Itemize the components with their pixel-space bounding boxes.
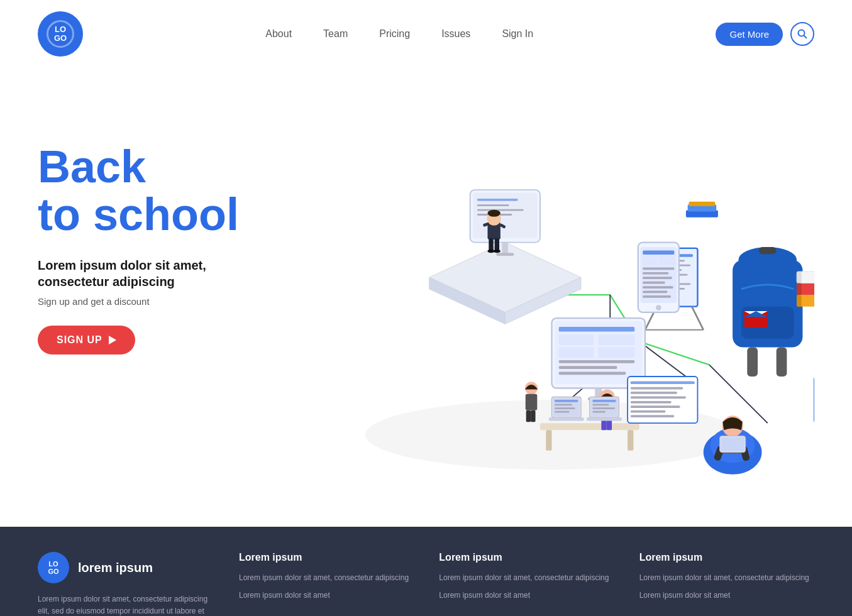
svg-rect-40 [759, 247, 777, 254]
hero-description: Sign up and get a discount [38, 296, 277, 307]
svg-rect-120 [631, 405, 680, 408]
get-more-button[interactable]: Get More [716, 23, 783, 46]
svg-rect-96 [555, 407, 575, 409]
svg-rect-91 [607, 420, 612, 431]
footer-brand: LO GO lorem ipsum Lorem ipsum dolor sit … [38, 552, 214, 616]
svg-point-0 [799, 30, 805, 36]
svg-rect-152 [643, 295, 671, 298]
svg-rect-38 [747, 348, 758, 377]
hero-section: Back to school Lorem ipsum dolor sit ame… [0, 68, 852, 527]
footer-brand-name: lorem ipsum [78, 561, 153, 575]
svg-rect-144 [643, 257, 657, 265]
svg-rect-54 [689, 202, 716, 206]
footer-logo: LO GO [38, 552, 69, 583]
svg-rect-13 [496, 253, 514, 256]
footer-col-2-title: Lorem ipsum [439, 552, 614, 563]
hero-subtitle: Lorem ipsum dolor sit amet,consectetur a… [38, 257, 277, 290]
svg-rect-10 [477, 209, 524, 211]
header: LO GO About Team Pricing Issues Sign In … [0, 0, 852, 68]
svg-rect-87 [531, 410, 535, 422]
svg-rect-150 [643, 286, 673, 289]
svg-rect-73 [599, 334, 635, 345]
svg-rect-146 [643, 267, 674, 270]
search-button[interactable] [790, 22, 814, 46]
svg-line-33 [692, 307, 704, 330]
logo-text: LO GO [54, 25, 67, 43]
svg-rect-39 [777, 348, 787, 377]
svg-rect-113 [721, 437, 744, 451]
nav-item-team[interactable]: Team [323, 28, 348, 40]
svg-rect-116 [631, 387, 683, 390]
svg-rect-74 [559, 348, 594, 358]
svg-rect-103 [592, 407, 614, 409]
get-more-label: Get More [729, 29, 769, 40]
svg-point-19 [494, 250, 501, 253]
svg-rect-78 [559, 372, 626, 375]
svg-point-22 [487, 210, 500, 217]
footer: LO GO lorem ipsum Lorem ipsum dolor sit … [0, 527, 852, 616]
logo[interactable]: LO GO [38, 11, 83, 57]
svg-rect-9 [477, 204, 509, 206]
isometric-scene [289, 80, 814, 527]
svg-rect-72 [559, 334, 594, 345]
svg-rect-81 [540, 423, 639, 430]
svg-rect-118 [631, 397, 686, 399]
svg-rect-101 [592, 400, 616, 402]
footer-col-2-item-1: Lorem ipsum dolor sit amet, consectetur … [439, 572, 614, 583]
svg-rect-17 [495, 238, 499, 251]
svg-rect-85 [526, 394, 538, 410]
footer-col-3-title: Lorem ipsum [639, 552, 814, 563]
svg-rect-149 [643, 282, 665, 284]
footer-col-3: Lorem ipsum Lorem ipsum dolor sit amet, … [639, 552, 814, 616]
svg-rect-143 [643, 251, 674, 255]
nav-item-about[interactable]: About [265, 28, 292, 40]
svg-rect-16 [489, 238, 493, 251]
nav-item-pricing[interactable]: Pricing [379, 28, 410, 40]
footer-col-1: Lorem ipsum Lorem ipsum dolor sit amet, … [239, 552, 414, 616]
svg-rect-121 [631, 410, 666, 413]
footer-col-1-title: Lorem ipsum [239, 552, 414, 563]
svg-rect-142 [641, 247, 677, 303]
svg-rect-102 [592, 404, 609, 406]
svg-point-153 [656, 305, 661, 310]
svg-rect-8 [477, 199, 518, 201]
hero-title: Back to school [38, 143, 277, 238]
footer-logo-row: LO GO lorem ipsum [38, 552, 214, 583]
svg-rect-82 [546, 430, 551, 450]
svg-rect-77 [559, 366, 617, 369]
signup-label: SIGN UP [57, 334, 102, 346]
svg-rect-145 [660, 257, 674, 265]
footer-col-3-item-1: Lorem ipsum dolor sit amet, consectetur … [639, 572, 814, 583]
svg-rect-71 [559, 327, 635, 331]
svg-rect-95 [555, 404, 572, 406]
svg-rect-50 [797, 283, 801, 295]
svg-rect-104 [592, 411, 605, 413]
hero-illustration [289, 80, 814, 527]
nav-item-issues[interactable]: Issues [441, 28, 470, 40]
signup-button[interactable]: SIGN UP [38, 326, 135, 355]
footer-col-1-item-1: Lorem ipsum dolor sit amet, consectetur … [239, 572, 414, 583]
svg-rect-76 [559, 360, 635, 363]
search-icon [797, 29, 807, 39]
svg-rect-122 [631, 415, 675, 417]
svg-rect-94 [555, 400, 578, 402]
svg-rect-105 [587, 417, 622, 421]
footer-brand-desc: Lorem ipsum dolor sit amet, consectetur … [38, 593, 214, 616]
svg-rect-98 [549, 417, 584, 421]
footer-col-2-item-2: Lorem ipsum dolor sit amet [439, 590, 614, 601]
svg-rect-117 [631, 392, 677, 394]
svg-rect-12 [502, 243, 508, 255]
svg-line-1 [804, 36, 807, 39]
svg-rect-148 [643, 277, 672, 279]
svg-rect-51 [797, 295, 801, 307]
hero-content: Back to school Lorem ipsum dolor sit ame… [38, 80, 277, 355]
main-nav: About Team Pricing Issues Sign In [265, 28, 533, 40]
footer-col-1-item-2: Lorem ipsum dolor sit amet [239, 590, 414, 601]
footer-col-2: Lorem ipsum Lorem ipsum dolor sit amet, … [439, 552, 614, 616]
svg-rect-83 [628, 430, 633, 450]
svg-rect-49 [797, 272, 801, 283]
svg-rect-147 [643, 272, 668, 275]
nav-item-signin[interactable]: Sign In [502, 28, 533, 40]
svg-rect-115 [631, 381, 695, 384]
svg-rect-75 [599, 348, 635, 358]
